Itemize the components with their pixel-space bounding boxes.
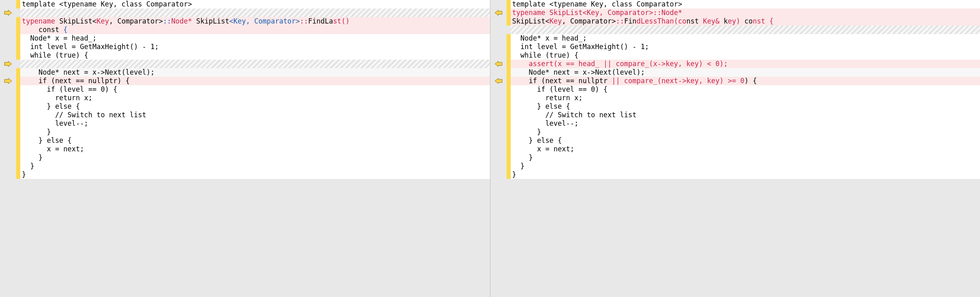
code-token: || compare_(next->key, key) >= 0 [612,77,745,85]
code-token: typename SkipList<Key, Comparator>::Node… [512,9,683,17]
change-bar [16,0,20,9]
code-token: } else { [512,102,570,110]
code-cell[interactable]: Node* x = head_; [20,34,490,43]
code-cell[interactable]: Node* next = x->Next(level); [20,68,490,77]
code-cell[interactable]: return x; [511,94,980,102]
code-cell[interactable]: } [20,162,490,170]
code-cell[interactable]: } [511,128,980,136]
change-bar [507,51,511,60]
code-token: nst [686,17,703,25]
change-bar [507,136,511,145]
code-cell[interactable]: if (next == nullptr || compare_(next->ke… [511,77,980,85]
gutter-cell [0,128,16,136]
gutter-cell [0,85,16,94]
code-row: Node* x = head_; [490,34,980,43]
diff-viewer: template <typename Key, class Comparator… [0,0,980,297]
code-cell[interactable]: x = next; [20,145,490,153]
gutter-cell [0,102,16,111]
code-token: nst { [753,17,773,25]
diff-arrow-left-icon[interactable] [494,78,503,84]
code-cell[interactable]: template <typename Key, class Comparator… [20,0,490,9]
diff-arrow-left-icon[interactable] [494,10,503,16]
code-cell[interactable]: } else { [20,102,490,111]
code-cell[interactable] [20,60,490,68]
diff-arrow-right-icon[interactable] [4,78,13,84]
code-cell[interactable]: typename SkipList<Key, Comparator>::Node… [20,17,490,26]
gutter-cell[interactable] [0,9,16,17]
code-cell[interactable]: template <typename Key, class Comparator… [511,0,980,9]
change-bar [507,9,511,17]
code-cell[interactable]: if (level == 0) { [511,85,980,94]
code-row: return x; [490,94,980,102]
code-token: Fin [624,17,637,25]
code-cell[interactable]: level--; [511,119,980,128]
code-cell[interactable]: } else { [20,136,490,145]
gutter-cell [0,162,16,170]
code-cell[interactable]: } else { [511,102,980,111]
change-bar [16,179,20,187]
code-token: } else { [22,102,80,110]
code-cell[interactable]: level--; [20,119,490,128]
change-bar [16,85,20,94]
code-token: } [512,170,516,179]
diff-arrow-right-icon[interactable] [4,61,13,67]
change-bar [16,136,20,145]
gutter-cell[interactable] [0,60,16,68]
code-row: template <typename Key, class Comparator… [490,0,980,9]
code-cell[interactable] [511,26,980,34]
code-cell[interactable]: Node* next = x->Next(level); [511,68,980,77]
gutter-cell[interactable] [490,60,507,68]
change-bar [16,43,20,51]
code-cell[interactable]: } [20,128,490,136]
code-row: x = next; [490,145,980,153]
code-row: typename SkipList<Key, Comparator>::Node… [490,9,980,17]
code-cell[interactable]: } [20,153,490,162]
code-cell[interactable]: const { [20,26,490,34]
code-cell[interactable]: return x; [20,94,490,102]
code-cell[interactable]: Node* x = head_; [511,34,980,43]
change-bar [507,0,511,9]
code-cell[interactable]: int level = GetMaxHeight() - 1; [20,43,490,51]
code-token: if (level == 0) { [512,85,608,93]
code-cell[interactable]: } [511,153,980,162]
gutter-cell [490,145,507,153]
diff-arrow-right-icon[interactable] [4,10,13,16]
code-token: Key [550,17,562,25]
change-bar [507,77,511,85]
svg-marker-3 [495,10,502,15]
code-row: } [490,170,980,179]
code-cell[interactable]: x = next; [511,145,980,153]
code-token: { [63,26,67,34]
gutter-cell [490,34,507,43]
left-pane[interactable]: template <typename Key, class Comparator… [0,0,490,297]
code-cell[interactable] [20,9,490,17]
code-cell[interactable]: // Switch to next list [511,111,980,119]
code-cell[interactable]: SkipList<Key, Comparator>::FindLessThan(… [511,17,980,26]
gutter-cell [0,179,16,187]
code-token: dLessThan(co [637,17,687,25]
code-token: :: [163,17,171,25]
gutter-cell[interactable] [490,9,507,17]
code-token: :: [616,17,624,25]
code-cell[interactable] [20,179,490,187]
code-cell[interactable]: } else { [511,136,980,145]
gutter-cell[interactable] [0,77,16,85]
code-cell[interactable]: while (true) { [511,51,980,60]
right-pane[interactable]: template <typename Key, class Comparator… [490,0,980,297]
code-cell[interactable]: if (level == 0) { [20,85,490,94]
gutter-cell[interactable] [490,77,507,85]
code-cell[interactable]: // Switch to next list [20,111,490,119]
diff-arrow-left-icon[interactable] [494,61,503,67]
code-cell[interactable]: if (next == nullptr) { [20,77,490,85]
code-cell[interactable]: typename SkipList<Key, Comparator>::Node… [511,9,980,17]
code-cell[interactable] [511,179,980,187]
gutter-cell [0,145,16,153]
code-row [0,179,490,187]
code-row: } else { [490,102,980,111]
code-cell[interactable]: while (true) { [20,51,490,60]
code-cell[interactable]: } [511,170,980,179]
code-cell[interactable]: } [511,162,980,170]
code-cell[interactable]: int level = GetMaxHeight() - 1; [511,43,980,51]
code-cell[interactable]: assert(x == head_ || compare_(x->key, ke… [511,60,980,68]
code-cell[interactable]: } [20,170,490,179]
